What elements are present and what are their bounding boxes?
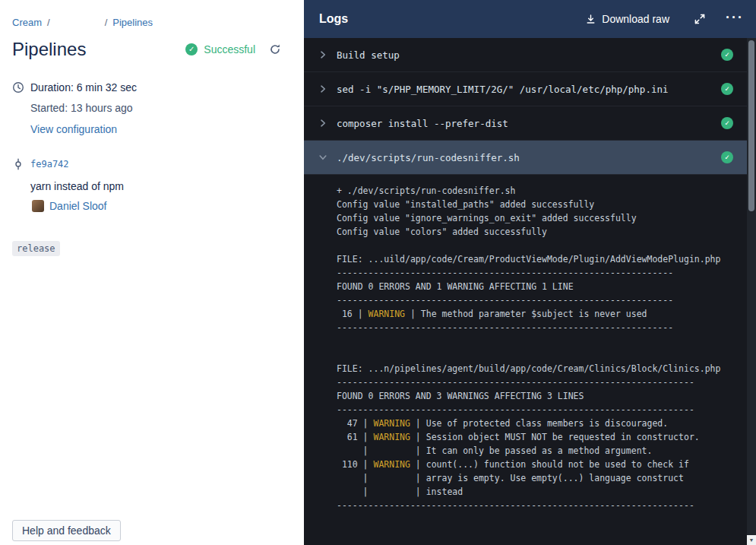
breadcrumb-separator: /	[105, 17, 108, 28]
breadcrumb-item[interactable]: Pipelines	[112, 17, 153, 28]
commit-author-link[interactable]: Daniel Sloof	[49, 200, 107, 212]
log-line: ----------------------------------------…	[337, 321, 744, 334]
release-tag-chip: release	[12, 241, 60, 256]
commit-icon	[12, 158, 24, 170]
commit-hash-link[interactable]: fe9a742	[30, 159, 69, 170]
help-feedback-button[interactable]: Help and feedback	[12, 520, 121, 541]
breadcrumb: Cream//Pipelines	[12, 17, 292, 28]
breadcrumb-separator: /	[47, 17, 50, 28]
log-line: ----------------------------------------…	[337, 266, 744, 280]
log-line: 61 | WARNING | Session object MUST NOT b…	[337, 430, 744, 444]
refresh-icon[interactable]	[269, 43, 281, 55]
avatar	[32, 200, 44, 212]
step-success-icon: ✓	[721, 49, 733, 61]
step-label: Build setup	[337, 49, 712, 61]
title-row: Pipelines ✓ Successful	[12, 39, 292, 60]
log-line: ----------------------------------------…	[337, 375, 744, 389]
log-line	[337, 239, 744, 252]
logs-title: Logs	[319, 12, 348, 26]
pipeline-summary-panel: Cream//Pipelines Pipelines ✓ Successful	[0, 0, 304, 545]
status-badge: ✓ Successful	[185, 43, 255, 55]
log-line	[337, 334, 744, 348]
log-line: FILE: ...uild/app/code/Cream/ProductView…	[337, 252, 744, 266]
scrollbar-thumb[interactable]	[748, 40, 754, 211]
commit-author-row: Daniel Sloof	[32, 200, 292, 212]
log-line: FOUND 0 ERRORS AND 1 WARNING AFFECTING 1…	[337, 280, 744, 293]
chevron-down-icon	[319, 154, 327, 161]
log-steps: Build setup✓sed -i "s/PHP_MEMORY_LIMIT/2…	[304, 38, 756, 545]
log-line: 16 | WARNING | The method parameter $sub…	[337, 307, 744, 321]
step-label: ./dev/scripts/run-codesniffer.sh	[337, 152, 712, 163]
success-check-icon: ✓	[185, 43, 198, 55]
duration-text: Duration: 6 min 32 sec	[30, 81, 137, 93]
log-line: ----------------------------------------…	[337, 403, 744, 417]
log-line: 110 | WARNING | count(...) function shou…	[337, 458, 744, 471]
log-line: ----------------------------------------…	[337, 499, 744, 512]
download-raw-button[interactable]: Download raw	[585, 13, 669, 25]
scroll-down-button[interactable]: ▼	[747, 535, 756, 545]
more-options-icon[interactable]: ···	[726, 11, 744, 27]
pipeline-page: Cream//Pipelines Pipelines ✓ Successful	[0, 0, 756, 545]
log-step-row[interactable]: composer install --prefer-dist✓	[304, 106, 756, 141]
log-line: FILE: ...n/pipelines/agent/build/app/cod…	[337, 362, 744, 375]
log-step-row[interactable]: Build setup✓	[304, 38, 756, 72]
logs-header: Logs Download raw ···	[304, 0, 756, 38]
commit-message: yarn instead of npm	[30, 180, 292, 192]
log-line: FOUND 0 ERRORS AND 3 WARNINGS AFFECTING …	[337, 389, 744, 403]
log-line: | | instead	[337, 485, 744, 499]
log-line	[337, 348, 744, 362]
log-step-row[interactable]: ./dev/scripts/run-codesniffer.sh✓	[304, 141, 756, 175]
log-line: 47 | WARNING | Use of protected class me…	[337, 417, 744, 430]
chevron-right-icon	[319, 119, 327, 127]
log-step-row[interactable]: sed -i "s/PHP_MEMORY_LIMIT/2G/" /usr/loc…	[304, 72, 756, 106]
log-line: ----------------------------------------…	[337, 293, 744, 307]
commit-block: fe9a742 yarn instead of npm Daniel Sloof	[12, 158, 292, 212]
log-line: + ./dev/scripts/run-codesniffer.sh	[337, 184, 744, 198]
log-line: Config value "ignore_warnings_on_exit" a…	[337, 211, 744, 225]
step-success-icon: ✓	[721, 83, 733, 95]
step-label: sed -i "s/PHP_MEMORY_LIMIT/2G/" /usr/loc…	[337, 84, 712, 95]
chevron-right-icon	[319, 51, 327, 59]
log-line: | | array is empty. Use empty(...) langu…	[337, 471, 744, 485]
logs-scrollbar[interactable]	[747, 38, 756, 535]
clock-icon	[12, 81, 24, 93]
run-details: Duration: 6 min 32 sec Started: 13 hours…	[12, 81, 292, 135]
log-line: Config value "installed_paths" added suc…	[337, 198, 744, 211]
log-line: | | It can only be passed as a method ar…	[337, 444, 744, 458]
view-configuration-link[interactable]: View configuration	[30, 123, 292, 135]
logs-panel: Logs Download raw ··· Build s	[304, 0, 756, 545]
log-output: + ./dev/scripts/run-codesniffer.shConfig…	[304, 175, 756, 528]
chevron-right-icon	[319, 85, 327, 93]
step-label: composer install --prefer-dist	[337, 118, 712, 129]
page-title: Pipelines	[12, 39, 86, 60]
download-raw-label: Download raw	[602, 13, 669, 25]
log-line: Config value "colors" added successfully	[337, 225, 744, 239]
step-success-icon: ✓	[721, 117, 733, 129]
started-text: Started: 13 hours ago	[30, 102, 292, 114]
breadcrumb-item[interactable]: Cream	[12, 17, 42, 28]
download-icon	[585, 14, 596, 25]
status-label: Successful	[204, 43, 255, 55]
step-success-icon: ✓	[721, 151, 733, 163]
fullscreen-icon[interactable]	[694, 13, 706, 25]
